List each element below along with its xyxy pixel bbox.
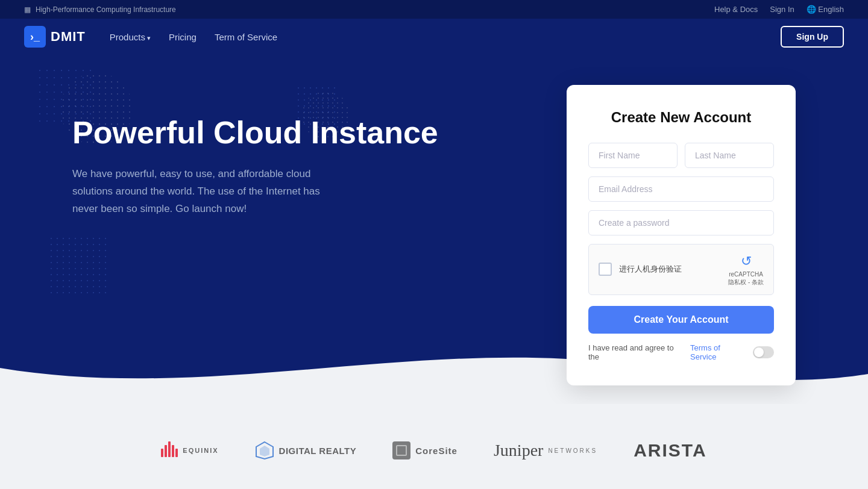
language-label: English xyxy=(818,5,844,14)
nav-pricing[interactable]: Pricing xyxy=(169,32,197,42)
partner-coresite: CoreSite xyxy=(392,441,458,459)
navbar: ›_ DMIT Products Pricing Term of Service… xyxy=(0,19,868,55)
partner-arista: ARISTA xyxy=(634,440,706,461)
language-icon: 🌐 xyxy=(807,5,816,14)
email-input[interactable] xyxy=(588,176,774,202)
hero-section: Powerful Cloud Instance We have powerful… xyxy=(0,55,868,404)
digital-realty-text: DIGITAL REALTY xyxy=(279,446,357,456)
tos-row: I have read and agree to the Terms of Se… xyxy=(588,343,774,361)
recaptcha-sub: 隐私权 - 条款 xyxy=(728,278,764,286)
recaptcha-icon: ↺ xyxy=(728,253,764,270)
juniper-sub: NETWORKS xyxy=(548,447,597,454)
top-bar-right: Help & Docs Sign In 🌐 English xyxy=(714,5,844,14)
password-group xyxy=(588,210,774,235)
email-group xyxy=(588,176,774,202)
navbar-left: ›_ DMIT Products Pricing Term of Service xyxy=(24,26,277,48)
name-row xyxy=(588,143,774,168)
top-bar-left: ▦ High-Performance Computing Infrastruct… xyxy=(24,5,176,14)
hero-text: Powerful Cloud Instance We have powerful… xyxy=(72,91,530,217)
partner-juniper: Juniper NETWORKS xyxy=(494,442,597,459)
logo-text: DMIT xyxy=(51,29,86,45)
arista-text: ARISTA xyxy=(634,440,706,461)
tos-prefix: I have read and agree to the xyxy=(588,343,685,361)
hero-subtitle: We have powerful, easy to use, and affor… xyxy=(72,166,326,218)
equinix-text: EQUINIX xyxy=(183,447,218,454)
navbar-signup-button[interactable]: Sign Up xyxy=(781,26,844,48)
partners-section: EQUINIX DIGITAL REALTY CoreSite Juniper … xyxy=(0,404,868,489)
last-name-input[interactable] xyxy=(685,143,774,168)
hero-title: Powerful Cloud Instance xyxy=(72,115,530,151)
recaptcha-text: 进行人机身份验证 xyxy=(619,264,682,275)
nav-links: Products Pricing Term of Service xyxy=(110,32,277,42)
signup-card: Create New Account 进行人机身份验证 ↺ reCAPTCHA xyxy=(567,85,796,385)
juniper-text: Juniper xyxy=(494,442,543,459)
first-name-input[interactable] xyxy=(588,143,678,168)
partner-digital-realty: DIGITAL REALTY xyxy=(255,441,357,460)
svg-marker-1 xyxy=(260,446,269,456)
recaptcha-checkbox[interactable] xyxy=(599,263,612,276)
recaptcha-box[interactable]: 进行人机身份验证 ↺ reCAPTCHA 隐私权 - 条款 xyxy=(588,244,774,295)
logo[interactable]: ›_ DMIT xyxy=(24,26,86,48)
recaptcha-left: 进行人机身份验证 xyxy=(599,263,682,276)
top-bar-tagline: High-Performance Computing Infrastructur… xyxy=(36,5,176,14)
nav-products[interactable]: Products xyxy=(110,32,151,42)
recaptcha-logo: ↺ reCAPTCHA 隐私权 - 条款 xyxy=(728,253,764,286)
language-selector[interactable]: 🌐 English xyxy=(807,5,844,14)
coresite-text: CoreSite xyxy=(415,446,458,456)
partner-equinix: EQUINIX xyxy=(161,441,218,459)
signin-link[interactable]: Sign In xyxy=(770,5,794,14)
nav-tos[interactable]: Term of Service xyxy=(215,32,277,42)
password-input[interactable] xyxy=(588,210,774,235)
card-title: Create New Account xyxy=(588,109,774,126)
digital-realty-icon xyxy=(255,441,274,460)
hero-content: Powerful Cloud Instance We have powerful… xyxy=(0,91,868,385)
top-bar: ▦ High-Performance Computing Infrastruct… xyxy=(0,0,868,19)
tos-link[interactable]: Terms of Service xyxy=(690,343,747,361)
server-icon: ▦ xyxy=(24,5,31,14)
logo-icon: ›_ xyxy=(24,26,46,48)
coresite-icon xyxy=(392,441,410,459)
equinix-bars xyxy=(161,441,178,457)
create-account-button[interactable]: Create Your Account xyxy=(588,306,774,334)
help-docs-link[interactable]: Help & Docs xyxy=(714,5,758,14)
recaptcha-brand: reCAPTCHA xyxy=(728,270,764,278)
tos-toggle[interactable] xyxy=(753,346,775,358)
